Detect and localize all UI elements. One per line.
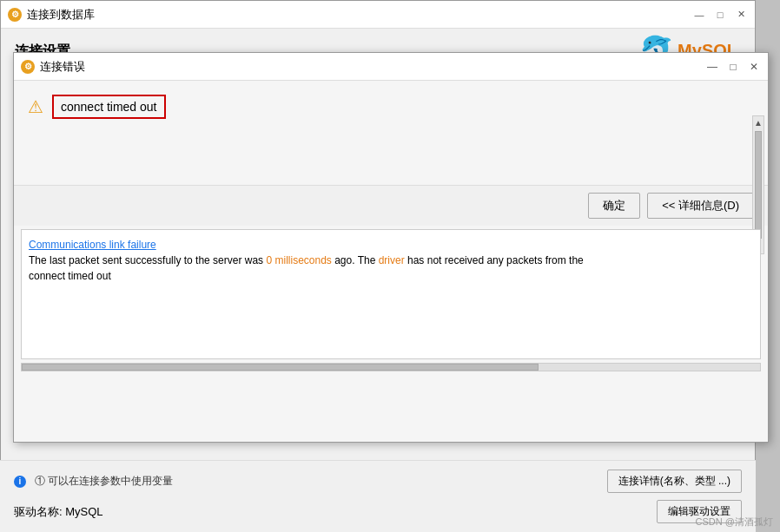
scrollbar-thumb[interactable] xyxy=(755,131,762,239)
error-message-text: connect timed out xyxy=(61,100,157,114)
detail-highlight-ms: milliseconds xyxy=(274,254,331,266)
scroll-up-arrow[interactable]: ▲ xyxy=(753,116,763,129)
driver-label: 驱动名称: MySQL xyxy=(14,504,103,520)
connection-details-button[interactable]: 连接详情(名称、类型 ...) xyxy=(607,470,742,493)
detail-highlight-0: 0 xyxy=(266,254,272,266)
error-message-row: ⚠ connect timed out xyxy=(21,88,750,126)
modal-maximize-button[interactable]: □ xyxy=(726,60,740,74)
bg-driver-row: 驱动名称: MySQL 编辑驱动设置 xyxy=(14,500,742,523)
watermark: CSDN @清酒孤灯 xyxy=(696,516,773,529)
bg-titlebar-controls[interactable]: — □ ✕ xyxy=(692,8,748,22)
modal-title-left: ⚙ 连接错误 xyxy=(21,59,85,75)
detail-link: Communications link failure xyxy=(29,239,156,251)
bg-maximize-button[interactable]: □ xyxy=(713,8,727,22)
info-icon: i xyxy=(14,476,26,488)
modal-controls[interactable]: — □ ✕ xyxy=(705,60,761,74)
bg-info-text: ① 可以在连接参数中使用变量 xyxy=(35,474,173,489)
details-button[interactable]: << 详细信息(D) xyxy=(647,193,754,219)
bg-minimize-button[interactable]: — xyxy=(692,8,706,22)
error-modal: ⚙ 连接错误 — □ ✕ ⚠ connect timed out ▲ ▼ 确定 … xyxy=(13,52,769,443)
detail-highlight-driver: driver xyxy=(379,254,405,266)
bg-bottom-bar: i ① 可以在连接参数中使用变量 连接详情(名称、类型 ...) 驱动名称: M… xyxy=(0,460,756,532)
modal-icon: ⚙ xyxy=(21,60,35,74)
detail-hscrollbar[interactable] xyxy=(21,363,761,371)
warning-icon: ⚠ xyxy=(28,96,43,117)
detail-line3: connect timed out xyxy=(29,268,753,284)
modal-titlebar: ⚙ 连接错误 — □ ✕ xyxy=(14,53,768,81)
bg-window-icon: ⚙ xyxy=(8,8,22,22)
modal-title: 连接错误 xyxy=(40,59,85,75)
detail-text-main: The last packet sent successfully to the… xyxy=(29,254,584,266)
detail-text-area: Communications link failure The last pac… xyxy=(21,229,761,359)
detail-line1: Communications link failure xyxy=(29,237,753,253)
detail-section: Communications link failure The last pac… xyxy=(14,229,768,371)
bg-info-row: i ① 可以在连接参数中使用变量 连接详情(名称、类型 ...) xyxy=(14,470,742,493)
bg-titlebar: ⚙ 连接到数据库 — □ ✕ xyxy=(1,1,755,29)
bg-close-button[interactable]: ✕ xyxy=(734,8,748,22)
confirm-button[interactable]: 确定 xyxy=(588,193,640,219)
error-area: ⚠ connect timed out ▲ ▼ xyxy=(14,81,768,185)
detail-timed-out: connect timed out xyxy=(29,270,111,282)
modal-close-button[interactable]: ✕ xyxy=(747,60,761,74)
modal-button-row: 确定 << 详细信息(D) xyxy=(14,185,768,226)
modal-minimize-button[interactable]: — xyxy=(705,60,719,74)
bg-window-title: 连接到数据库 xyxy=(27,7,95,23)
error-text-box: connect timed out xyxy=(52,95,166,119)
bg-title-left: ⚙ 连接到数据库 xyxy=(8,7,95,23)
detail-hscroll-thumb[interactable] xyxy=(22,364,539,371)
detail-line2: The last packet sent successfully to the… xyxy=(29,253,753,268)
